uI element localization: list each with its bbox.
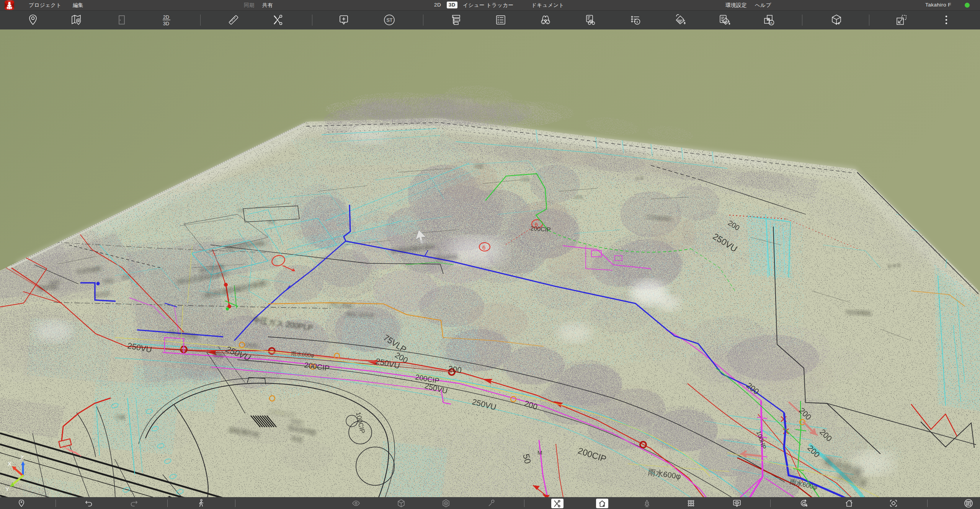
svg-text:X: X — [8, 460, 11, 467]
svg-text:375: 375 — [122, 274, 131, 281]
svg-text:6: 6 — [482, 244, 485, 251]
svg-text:Y: Y — [5, 486, 9, 492]
svg-text:50: 50 — [521, 453, 533, 465]
svg-text:緑地: 緑地 — [574, 194, 583, 200]
svg-text:汚水: 汚水 — [237, 208, 246, 213]
svg-text:ST: ST — [387, 18, 393, 23]
svg-text:200: 200 — [448, 364, 462, 375]
svg-text:雨水: 雨水 — [268, 219, 276, 225]
svg-text:歩道: 歩道 — [635, 175, 644, 181]
svg-text:A: A — [770, 21, 773, 25]
svg-text:M: M — [537, 449, 542, 456]
svg-text:300A: 300A — [103, 278, 114, 284]
svg-text:3D: 3D — [163, 21, 169, 26]
svg-text:2D: 2D — [163, 15, 169, 20]
svg-text:Z: Z — [20, 454, 24, 461]
svg-text:広場: 広場 — [521, 177, 529, 182]
svg-text:花壇: 花壇 — [475, 164, 483, 169]
